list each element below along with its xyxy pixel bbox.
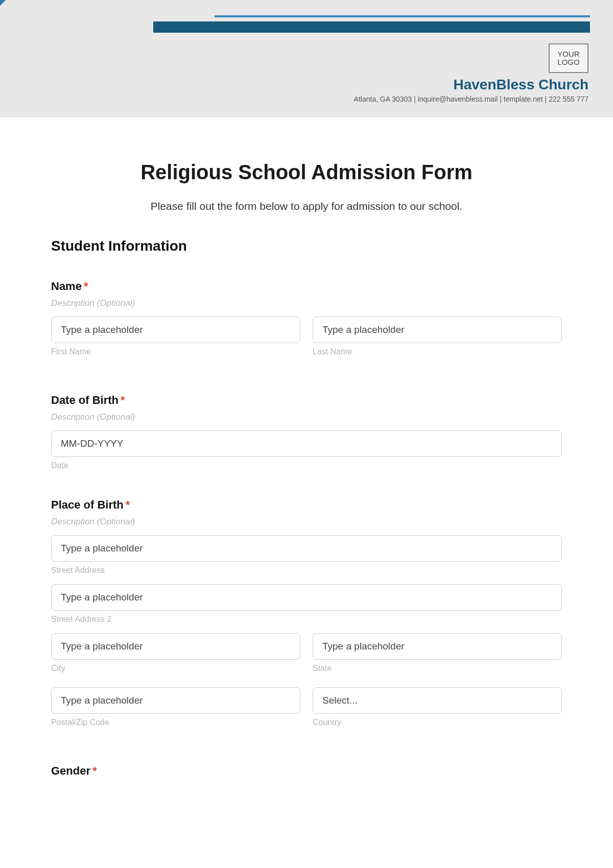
form-title: Religious School Admission Form	[51, 161, 562, 184]
dob-label-text: Date of Birth	[51, 394, 119, 406]
field-group-gender: Gender*	[51, 764, 562, 778]
name-label: Name*	[51, 280, 562, 293]
required-asterisk: *	[121, 394, 125, 406]
section-student-info-title: Student Information	[51, 238, 562, 254]
postal-input[interactable]	[51, 687, 300, 714]
first-name-sublabel: First Name	[51, 347, 300, 356]
dob-input[interactable]	[51, 430, 562, 457]
street-address-2-input[interactable]	[51, 584, 562, 611]
pob-label-text: Place of Birth	[51, 498, 124, 511]
header-banner: YOUR LOGO HavenBless Church Atlanta, GA …	[0, 0, 613, 117]
city-input[interactable]	[51, 633, 300, 660]
street-address-sublabel: Street Address	[51, 566, 562, 575]
field-group-name: Name* Description (Optional) First Name …	[51, 280, 562, 366]
gender-label-text: Gender	[51, 764, 90, 777]
pob-label: Place of Birth*	[51, 498, 562, 512]
organization-contact: Atlanta, GA 30303 | inquire@havenbless.m…	[354, 95, 588, 103]
state-input[interactable]	[313, 633, 562, 660]
first-name-input[interactable]	[51, 317, 300, 343]
dob-description: Description (Optional)	[51, 412, 562, 422]
form-subtitle: Please fill out the form below to apply …	[51, 200, 562, 212]
pob-description: Description (Optional)	[51, 517, 562, 527]
name-label-text: Name	[51, 280, 82, 293]
required-asterisk: *	[84, 280, 88, 293]
postal-sublabel: Postal/Zip Code	[51, 718, 300, 727]
country-select[interactable]	[313, 687, 562, 714]
city-sublabel: City	[51, 664, 300, 673]
dob-label: Date of Birth*	[51, 394, 562, 407]
decor-stripe	[0, 0, 202, 11]
form-content: Religious School Admission Form Please f…	[0, 117, 613, 826]
dob-sublabel: Date	[51, 461, 562, 470]
street-address-2-sublabel: Street Address 2	[51, 615, 562, 624]
field-group-pob: Place of Birth* Description (Optional) S…	[51, 498, 562, 736]
decor-line	[215, 15, 590, 17]
organization-name: HavenBless Church	[453, 77, 588, 93]
field-group-dob: Date of Birth* Description (Optional) Da…	[51, 394, 562, 470]
decor-bar	[153, 21, 590, 33]
last-name-sublabel: Last Name	[313, 347, 562, 356]
logo-placeholder: YOUR LOGO	[549, 43, 588, 73]
gender-label: Gender*	[51, 764, 562, 778]
street-address-input[interactable]	[51, 535, 562, 562]
required-asterisk: *	[92, 764, 97, 777]
state-sublabel: State	[313, 664, 562, 673]
decor-stripe	[0, 0, 199, 23]
country-sublabel: Country	[313, 718, 562, 727]
last-name-input[interactable]	[313, 317, 562, 343]
required-asterisk: *	[126, 498, 130, 511]
decor-stripe	[0, 0, 209, 3]
name-description: Description (Optional)	[51, 298, 562, 308]
